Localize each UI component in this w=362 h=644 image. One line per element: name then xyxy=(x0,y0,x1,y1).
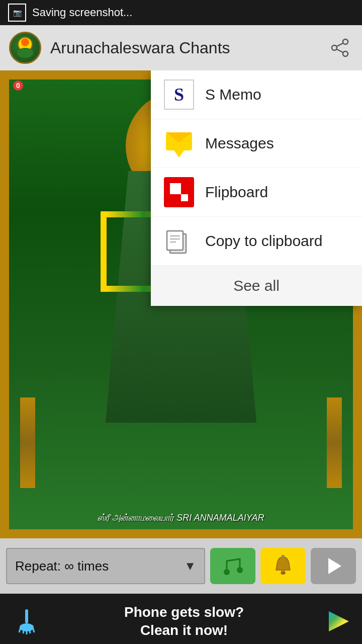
smemo-label: S Memo xyxy=(205,86,261,103)
messages-menu-item[interactable]: Messages xyxy=(151,119,362,168)
svg-point-4 xyxy=(332,45,337,50)
broom-icon xyxy=(10,605,42,637)
play-button[interactable] xyxy=(311,548,356,584)
svg-rect-12 xyxy=(170,183,181,194)
repeat-dropdown[interactable]: Repeat: ∞ times ▼ xyxy=(6,548,205,584)
smemo-icon: S xyxy=(164,79,194,110)
share-button[interactable] xyxy=(328,35,353,60)
copy-clipboard-label: Copy to clipboard xyxy=(205,232,322,250)
svg-marker-9 xyxy=(174,150,184,157)
svg-rect-15 xyxy=(167,231,183,250)
svg-line-28 xyxy=(23,627,24,633)
left-lamp xyxy=(20,397,35,488)
messages-label: Messages xyxy=(205,135,274,152)
right-lamp xyxy=(327,397,342,488)
flipboard-menu-item[interactable]: Flipboard xyxy=(151,168,362,217)
svg-line-30 xyxy=(29,627,30,633)
share-dropdown: S S Memo Messages xyxy=(151,70,362,306)
screenshot-icon: 📷 xyxy=(8,4,26,22)
svg-line-7 xyxy=(337,49,343,52)
svg-point-19 xyxy=(224,569,230,575)
ad-text: Phone gets slow? Clean it now! xyxy=(51,603,317,640)
music-button[interactable] xyxy=(210,548,255,584)
messages-icon xyxy=(164,128,194,158)
notification-badge: 0 xyxy=(13,80,23,91)
app-title: Arunachaleswara Chants xyxy=(50,39,328,57)
svg-rect-13 xyxy=(181,194,188,201)
bell-button[interactable] xyxy=(260,548,306,584)
copy-clipboard-icon xyxy=(164,226,194,256)
app-icon xyxy=(9,32,41,64)
ad-line2: Clean it now! xyxy=(51,621,317,639)
svg-point-2 xyxy=(21,38,29,46)
dropdown-arrow-icon: ▼ xyxy=(184,559,196,573)
svg-line-31 xyxy=(32,625,34,632)
ad-banner[interactable]: Phone gets slow? Clean it now! xyxy=(0,594,362,644)
see-all-label: See all xyxy=(233,277,280,294)
svg-point-20 xyxy=(237,567,243,573)
svg-point-5 xyxy=(343,51,348,56)
repeat-text: Repeat: ∞ times xyxy=(15,558,184,574)
bottom-controls: Repeat: ∞ times ▼ xyxy=(0,538,362,594)
copy-clipboard-menu-item[interactable]: Copy to clipboard xyxy=(151,217,362,266)
status-bar: 📷 Saving screenshot... xyxy=(0,0,362,25)
svg-point-22 xyxy=(281,572,286,575)
main-content: 0 ஸ்ரீ அன்னாமலையார் SRI ANNAMALAIYAR S S… xyxy=(0,70,362,538)
status-text: Saving screenshot... xyxy=(32,6,132,19)
flipboard-icon xyxy=(164,177,194,207)
temple-label: ஸ்ரீ அன்னாமலையார் SRI ANNAMALAIYAR xyxy=(0,513,362,523)
svg-line-6 xyxy=(337,43,343,46)
svg-line-27 xyxy=(19,625,21,632)
smemo-menu-item[interactable]: S S Memo xyxy=(151,70,362,119)
svg-point-3 xyxy=(343,39,348,44)
ad-line1: Phone gets slow? xyxy=(51,603,317,621)
svg-point-1 xyxy=(17,48,33,58)
see-all-menu-item[interactable]: See all xyxy=(151,266,362,306)
svg-rect-25 xyxy=(25,609,28,623)
svg-marker-24 xyxy=(328,558,341,574)
flipboard-label: Flipboard xyxy=(205,184,268,201)
play-store-icon[interactable] xyxy=(326,608,352,634)
app-toolbar: Arunachaleswara Chants xyxy=(0,25,362,70)
